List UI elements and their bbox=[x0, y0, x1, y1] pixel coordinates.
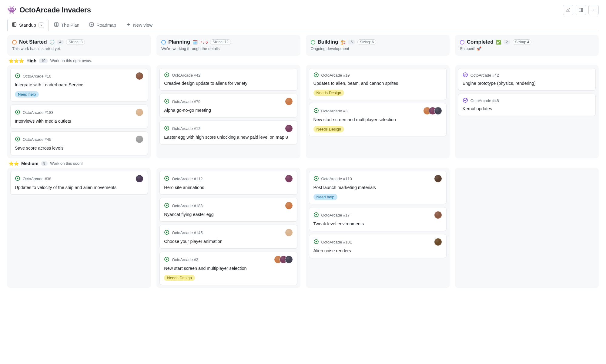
card-badge: Need help bbox=[313, 194, 337, 200]
board-card[interactable]: OctoArcade #42 Engine prototype (physics… bbox=[458, 68, 596, 91]
issue-status-icon bbox=[164, 72, 169, 78]
avatar bbox=[285, 98, 293, 105]
card-title: Interviews with media outlets bbox=[15, 118, 143, 124]
assignee-avatars bbox=[136, 175, 143, 183]
assignee-avatars bbox=[285, 229, 293, 237]
board-card[interactable]: OctoArcade #10 Integrate with Leaderboar… bbox=[10, 68, 148, 101]
swimlane-header-high[interactable]: ⭐⭐⭐ High 10 Work on this right away. bbox=[7, 56, 599, 65]
svg-point-21 bbox=[17, 111, 18, 113]
tab-plan[interactable]: The Plan bbox=[50, 19, 84, 31]
assignee-avatars bbox=[274, 256, 293, 263]
column-body-not_started[interactable]: OctoArcade #38 Updates to velocity of th… bbox=[7, 168, 151, 288]
issue-status-icon bbox=[463, 72, 468, 78]
board-card[interactable]: OctoArcade #183 Nyancat flying easter eg… bbox=[159, 198, 297, 222]
column-body-planning[interactable]: OctoArcade #112 Hero site animations Oct… bbox=[156, 168, 300, 288]
tab-menu-button[interactable] bbox=[39, 22, 44, 28]
board-card[interactable]: OctoArcade #19 Updates to alien, beam, a… bbox=[309, 68, 447, 100]
board-card[interactable]: OctoArcade #101 Alien noise renders bbox=[309, 234, 447, 258]
column-title: Completed bbox=[467, 39, 494, 45]
board-card[interactable]: OctoArcade #183 Interviews with media ou… bbox=[10, 104, 148, 128]
issue-status-icon bbox=[164, 256, 169, 263]
avatar bbox=[285, 124, 293, 132]
column-body-completed[interactable]: OctoArcade #42 Engine prototype (physics… bbox=[455, 65, 599, 158]
assignee-avatars bbox=[434, 211, 442, 219]
issue-status-icon bbox=[313, 108, 319, 114]
svg-point-47 bbox=[315, 177, 317, 179]
panel-toggle-button[interactable] bbox=[576, 5, 586, 15]
column-emoji: 🕘 bbox=[49, 40, 55, 45]
tab-label: Roadmap bbox=[96, 22, 116, 28]
column-description: Shipped! 🚀 bbox=[460, 46, 594, 51]
board-card[interactable]: OctoArcade #42 Creative design update to… bbox=[159, 68, 297, 91]
column-status-dot bbox=[12, 40, 17, 45]
svg-point-51 bbox=[315, 241, 317, 242]
board-card[interactable]: OctoArcade #3 New start screen and multi… bbox=[159, 252, 297, 285]
issue-status-icon bbox=[164, 176, 169, 182]
svg-point-27 bbox=[166, 100, 168, 102]
card-reference: OctoArcade #17 bbox=[321, 213, 350, 217]
project-emoji: 👾 bbox=[7, 6, 16, 14]
board-card[interactable]: OctoArcade #45 Save score across levels bbox=[10, 131, 148, 155]
board-card[interactable]: OctoArcade #48 Kernal updates bbox=[458, 94, 596, 116]
more-menu-button[interactable] bbox=[588, 5, 599, 15]
insights-button[interactable] bbox=[563, 5, 573, 15]
board-card[interactable]: OctoArcade #79 Alpha go-no-go meeting bbox=[159, 94, 297, 117]
tab-newview[interactable]: New view bbox=[122, 19, 157, 31]
board-card[interactable]: OctoArcade #3 New start screen and multi… bbox=[309, 103, 447, 136]
card-title: Updates to alien, beam, and cannon sprit… bbox=[313, 80, 442, 87]
board-card[interactable]: OctoArcade #12 Easter egg with high scor… bbox=[159, 121, 297, 144]
card-reference: OctoArcade #183 bbox=[172, 204, 203, 208]
avatar bbox=[434, 175, 442, 183]
avatar bbox=[285, 229, 293, 237]
assignee-avatars bbox=[285, 98, 293, 105]
svg-point-4 bbox=[595, 10, 596, 11]
board-card[interactable]: OctoArcade #112 Hero site animations bbox=[159, 171, 297, 195]
board-card[interactable]: OctoArcade #110 Post launch marketing ma… bbox=[309, 171, 447, 204]
column-header-planning: Planning 🗓️ 7 / 6 Sizing: 12 We're worki… bbox=[156, 35, 300, 56]
card-title: Updates to velocity of the ship and alie… bbox=[15, 184, 143, 191]
project-title: 👾 OctoArcade Invaders bbox=[7, 6, 91, 14]
panel-icon bbox=[578, 8, 583, 12]
chevron-down-icon bbox=[40, 24, 42, 26]
tab-roadmap[interactable]: Roadmap bbox=[85, 19, 120, 31]
card-title: Integrate with Leaderboard Service bbox=[15, 82, 143, 88]
card-reference: OctoArcade #48 bbox=[470, 98, 499, 103]
kanban-icon bbox=[12, 22, 17, 28]
swimlane-count: 10 bbox=[39, 58, 48, 63]
column-status-dot bbox=[460, 40, 464, 45]
tab-label: New view bbox=[133, 22, 152, 28]
card-reference: OctoArcade #145 bbox=[172, 230, 203, 235]
column-body-completed[interactable] bbox=[455, 168, 599, 288]
assignee-avatars bbox=[136, 108, 143, 116]
svg-rect-0 bbox=[579, 8, 583, 12]
avatar bbox=[434, 211, 442, 219]
column-count: 2 bbox=[504, 40, 511, 45]
column-header-completed: Completed ✅ 2 Sizing: 4 Shipped! 🚀 bbox=[455, 35, 599, 56]
issue-status-icon bbox=[313, 72, 319, 78]
tab-standup[interactable]: Standup bbox=[7, 19, 49, 31]
svg-rect-5 bbox=[12, 23, 16, 26]
column-sizing: Sizing: 12 bbox=[210, 39, 231, 45]
avatar bbox=[285, 175, 293, 183]
swimlane-desc: Work on this right away. bbox=[50, 58, 92, 63]
column-body-building[interactable]: OctoArcade #110 Post launch marketing ma… bbox=[306, 168, 450, 288]
board-card[interactable]: OctoArcade #38 Updates to velocity of th… bbox=[10, 171, 148, 195]
issue-status-icon bbox=[313, 212, 319, 218]
column-status-dot bbox=[161, 40, 166, 45]
card-reference: OctoArcade #101 bbox=[321, 240, 352, 244]
column-count: 5 bbox=[348, 40, 355, 45]
column-body-planning[interactable]: OctoArcade #42 Creative design update to… bbox=[156, 65, 300, 158]
table-icon bbox=[54, 22, 59, 28]
swimlane-header-medium[interactable]: ⭐⭐ Medium 9 Work on this soon! bbox=[7, 158, 599, 168]
board-card[interactable]: OctoArcade #145 Choose your player anima… bbox=[159, 225, 297, 249]
assignee-avatars bbox=[285, 175, 293, 183]
column-sizing: Sizing: 4 bbox=[513, 39, 531, 45]
issue-status-icon bbox=[15, 73, 20, 79]
issue-status-icon bbox=[15, 109, 20, 116]
board-card[interactable]: OctoArcade #17 Tweak level environments bbox=[309, 207, 447, 231]
column-body-building[interactable]: OctoArcade #19 Updates to alien, beam, a… bbox=[306, 65, 450, 158]
card-badge: Needs Design bbox=[164, 275, 195, 281]
card-title: Save score across levels bbox=[15, 145, 143, 151]
column-body-not_started[interactable]: OctoArcade #10 Integrate with Leaderboar… bbox=[7, 65, 151, 158]
avatar bbox=[136, 135, 143, 143]
